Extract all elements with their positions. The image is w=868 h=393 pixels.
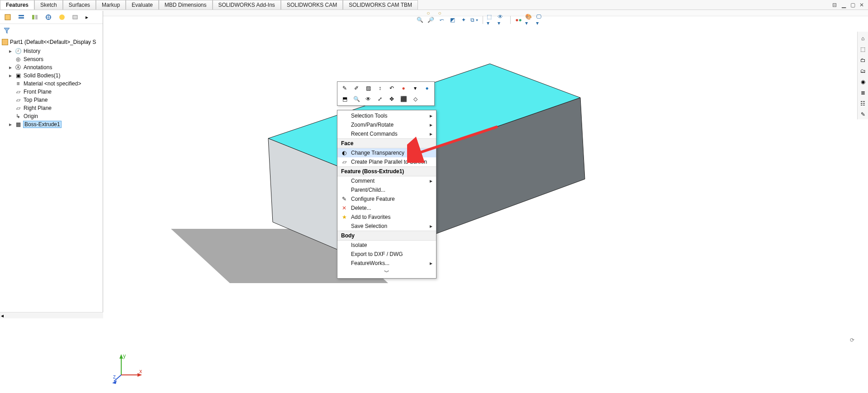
toolbar-separator [483,16,483,24]
cam-manager-tab[interactable] [69,12,82,23]
tree-boss-extrude1[interactable]: ▸▦Boss-Extrude1 [2,120,103,128]
menu-expand-icon[interactable]: ︾ [337,268,436,277]
sketch-on-face-icon[interactable]: ▨ [364,84,373,93]
tree-annotations[interactable]: ▸ⒶAnnotations [2,63,103,71]
tree-right-plane[interactable]: ▱Right Plane [2,104,103,112]
graphics-area[interactable]: 🔍 🔎 ⤺ ◩ ✦ ⧉ ▾ ⬚ ▾ 👁 ▾ ●● 🎨 ▾ 🖵 ▾ y x z [103,16,857,393]
zoom-fit-small-icon[interactable]: ⤢ [375,95,384,104]
menu-change-transparency[interactable]: ◐Change Transparency [337,148,436,157]
menu-save-selection[interactable]: Save Selection▸ [337,222,436,231]
insert-cube-icon[interactable]: ⬛ [399,95,408,104]
previous-view-icon[interactable]: ⤺ [437,15,446,24]
zoom-to-area-icon[interactable]: 🔎 [427,15,436,24]
menu-parent-child[interactable]: Parent/Child... [337,185,436,194]
body-appearance-icon[interactable]: ● [422,84,432,93]
view-orientation-icon[interactable]: ⧉ ▾ [470,15,479,24]
hide-show-icon[interactable]: 👁 ▾ [498,15,507,24]
feature-manager-tab[interactable] [1,12,14,23]
menu-create-plane-parallel[interactable]: ▱Create Plane Parallel to Screen [337,157,436,166]
scroll-left-icon[interactable]: ◂ [1,313,4,319]
rollback-icon[interactable]: ↶ [387,84,396,93]
tab-evaluate[interactable]: Evaluate [126,0,159,9]
svg-point-8 [59,14,65,20]
configuration-manager-tab[interactable] [28,12,42,23]
dynamic-annotation-icon[interactable]: ✦ [459,15,468,24]
display-manager-tab[interactable] [55,12,69,23]
3d-sketch-icon[interactable]: ↕ [375,84,384,93]
minimize-icon[interactable]: ▁ [840,1,847,9]
file-explorer-icon[interactable]: 🗂 [858,66,868,76]
tree-origin[interactable]: ↳Origin [2,112,103,120]
rotate-view-handle[interactable]: ⟳ [850,337,854,343]
normal-to-icon[interactable]: ⬒ [340,95,349,104]
design-library-icon[interactable]: 🗀 [858,55,868,65]
menu-selection-tools[interactable]: Selection Tools▸ [337,111,436,120]
caret-icon[interactable]: ▸ [8,121,13,128]
tab-sketch[interactable]: Sketch [34,0,63,9]
resources-icon[interactable]: ⬚ [858,44,868,54]
tab-features[interactable]: Features [0,0,34,9]
zoom-to-fit-icon[interactable]: 🔍 [416,15,425,24]
menu-label: Selection Tools [351,113,388,119]
suppress-icon[interactable]: ◇ [411,95,420,104]
menu-label: Save Selection [351,223,387,229]
menu-delete[interactable]: ✕Delete... [337,204,436,213]
edit-feature-icon[interactable]: ✎ [340,84,349,93]
caret-icon[interactable]: ▸ [8,64,13,71]
submenu-arrow-icon: ▸ [430,131,432,137]
tab-solidworks-cam-tbm[interactable]: SOLIDWORKS CAM TBM [343,0,418,9]
collapse-ribbon-icon[interactable]: ⊟ [831,1,838,9]
view-palette-icon[interactable]: ◉ [858,77,868,87]
close-icon[interactable]: ✕ [858,1,865,9]
tree-history[interactable]: ▸🕘History [2,47,103,55]
tree-top-plane[interactable]: ▱Top Plane [2,96,103,104]
tree-solid-bodies[interactable]: ▸▣Solid Bodies(1) [2,71,103,80]
dimxpert-manager-tab[interactable] [42,12,55,23]
tree-material[interactable]: ≡Material <not specified> [2,80,103,88]
custom-props-icon[interactable]: ☷ [858,99,868,109]
caret-icon[interactable]: ▸ [8,72,13,79]
apply-scene-icon[interactable]: 🎨 ▾ [525,15,534,24]
appearance-dropdown-icon[interactable]: ▾ [411,84,420,93]
menu-isolate[interactable]: Isolate [337,241,436,250]
maximize-icon[interactable]: ▢ [849,1,856,9]
menu-recent-commands[interactable]: Recent Commands▸ [337,129,436,138]
property-manager-tab[interactable] [14,12,28,23]
tab-surfaces[interactable]: Surfaces [63,0,96,9]
menu-export-dxf-dwg[interactable]: Export to DXF / DWG [337,250,436,259]
menu-label: Delete... [351,205,371,211]
tab-markup[interactable]: Markup [96,0,126,9]
overflow-tabs[interactable]: ▸ [82,12,91,23]
menu-add-to-favorites[interactable]: ★Add to Favorites [337,213,436,222]
task-pane: ⌂ ⬚ 🗀 🗂 ◉ ≣ ☷ ✎ [857,32,868,119]
view-settings-icon[interactable]: 🖵 ▾ [536,15,545,24]
display-style-icon[interactable]: ⬚ ▾ [487,15,496,24]
tab-solidworks-addins[interactable]: SOLIDWORKS Add-Ins [213,0,281,9]
section-view-icon[interactable]: ◩ [448,15,457,24]
move-icon[interactable]: ✥ [387,95,396,104]
edit-appearance-icon[interactable]: ●● [514,15,523,24]
appearance-icon[interactable]: ● [399,84,408,93]
panel-splitter[interactable]: ◂ [0,312,103,318]
menu-zoom-pan-rotate[interactable]: Zoom/Pan/Rotate▸ [337,120,436,129]
tab-solidworks-cam[interactable]: SOLIDWORKS CAM [281,0,343,9]
svg-rect-4 [35,15,38,19]
part-root-node[interactable]: Part1 (Default<<Default>_Display S [0,38,103,47]
filter-icon[interactable] [2,26,12,36]
caret-icon[interactable]: ▸ [8,48,13,54]
tree-front-plane[interactable]: ▱Front Plane [2,88,103,96]
zoom-selection-icon[interactable]: 🔍 [352,95,361,104]
edit-sketch-icon[interactable]: ✐ [352,84,361,93]
tab-mbd-dimensions[interactable]: MBD Dimensions [159,0,213,9]
menu-configure-feature[interactable]: ✎Configure Feature [337,194,436,204]
context-toolbar: ✎ ✐ ▨ ↕ ↶ ● ▾ ● ⬒ 🔍 👁 ⤢ ✥ ⬛ ◇ [337,81,435,106]
hide-icon[interactable]: 👁 [364,95,373,104]
menu-comment[interactable]: Comment▸ [337,176,436,185]
tree-sensors[interactable]: ◎Sensors [2,55,103,63]
menu-label: Zoom/Pan/Rotate [351,122,394,128]
forum-icon[interactable]: ✎ [858,109,868,119]
appearances-icon[interactable]: ≣ [858,88,868,98]
menu-featureworks[interactable]: FeatureWorks...▸ [337,259,436,268]
home-icon[interactable]: ⌂ [858,33,868,43]
menu-label: Parent/Child... [351,187,385,193]
